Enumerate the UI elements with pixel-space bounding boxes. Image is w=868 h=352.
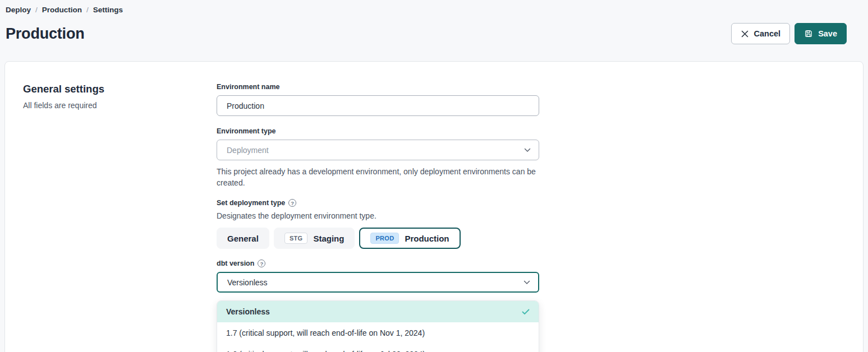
deployment-type-option-staging[interactable]: STG Staging: [274, 228, 355, 249]
chevron-down-icon: [524, 148, 531, 152]
cancel-button[interactable]: Cancel: [731, 23, 791, 44]
deployment-type-option-general[interactable]: General: [217, 228, 269, 249]
save-button[interactable]: Save: [794, 23, 847, 44]
dropdown-option-label: Versionless: [226, 307, 270, 316]
cancel-button-label: Cancel: [754, 29, 781, 38]
dropdown-option-1-6[interactable]: 1.6 (critical support, will reach end-of…: [217, 344, 539, 352]
production-badge: PROD: [370, 233, 399, 244]
section-title: General settings: [23, 83, 217, 95]
help-icon[interactable]: [258, 260, 265, 267]
deployment-type-label-text: Set deployment type: [217, 199, 285, 207]
chevron-down-icon: [523, 280, 530, 285]
deployment-type-label: Set deployment type: [217, 199, 539, 207]
general-settings-card: General settings All fields are required…: [4, 61, 864, 352]
dbt-version-dropdown: Versionless 1.7 (critical support, will …: [217, 300, 539, 352]
deployment-type-option-label: Production: [405, 234, 449, 243]
staging-badge: STG: [284, 233, 308, 244]
breadcrumb-deploy[interactable]: Deploy: [6, 6, 31, 14]
dbt-version-label: dbt version: [217, 260, 539, 267]
deployment-type-option-label: Staging: [313, 234, 344, 243]
environment-type-value: Deployment: [227, 146, 269, 155]
environment-name-label: Environment name: [217, 83, 539, 91]
page-header: Deploy / Production / Settings Productio…: [0, 0, 868, 44]
save-disk-icon: [804, 29, 813, 38]
dbt-version-select[interactable]: Versionless: [217, 272, 539, 293]
breadcrumb-production[interactable]: Production: [42, 6, 82, 14]
dbt-version-value: Versionless: [227, 278, 268, 287]
help-icon[interactable]: [288, 199, 296, 207]
settings-form: Environment name Environment type Deploy…: [217, 83, 539, 352]
dropdown-option-1-7[interactable]: 1.7 (critical support, will reach end-of…: [217, 322, 539, 344]
section-info: General settings All fields are required: [23, 83, 217, 352]
environment-name-input[interactable]: [217, 95, 539, 116]
environment-type-label: Environment type: [217, 127, 539, 135]
deployment-type-option-label: General: [227, 234, 259, 243]
breadcrumb-separator: /: [35, 6, 38, 14]
dropdown-option-versionless[interactable]: Versionless: [217, 301, 539, 322]
dbt-version-label-text: dbt version: [217, 260, 254, 267]
page-title: Production: [6, 25, 85, 43]
environment-type-helper: This project already has a development e…: [217, 166, 539, 188]
deployment-type-option-production[interactable]: PROD Production: [359, 228, 460, 249]
dropdown-option-label: 1.6 (critical support, will reach end-of…: [226, 350, 425, 352]
deployment-type-description: Designates the deployment environment ty…: [217, 211, 539, 220]
dropdown-option-label: 1.7 (critical support, will reach end-of…: [226, 328, 425, 337]
deployment-type-options: General STG Staging PROD Production: [217, 228, 539, 249]
close-icon: [741, 30, 749, 38]
environment-type-select[interactable]: Deployment: [217, 140, 539, 160]
breadcrumb-settings[interactable]: Settings: [93, 6, 123, 14]
save-button-label: Save: [818, 29, 837, 38]
breadcrumb-separator: /: [86, 6, 89, 14]
section-subtitle: All fields are required: [23, 101, 217, 110]
header-actions: Cancel Save: [731, 23, 847, 44]
check-icon: [522, 309, 530, 315]
breadcrumb: Deploy / Production / Settings: [6, 6, 862, 14]
